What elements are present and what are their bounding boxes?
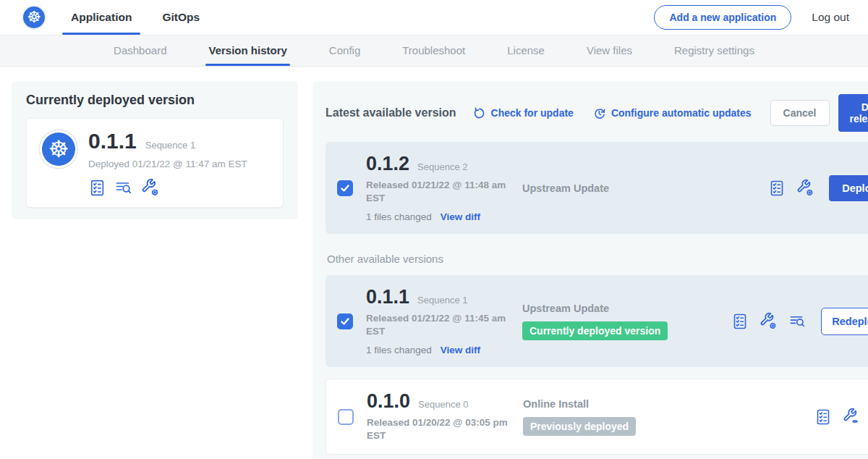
view-files-icon[interactable] — [114, 179, 133, 196]
released-timestamp: Released 01/21/22 @ 11:45 am EST — [366, 312, 508, 338]
edit-config-icon[interactable] — [760, 312, 778, 330]
subnav-item-dashboard[interactable]: Dashboard — [114, 35, 166, 66]
view-config-icon[interactable] — [843, 408, 861, 426]
redeploy-button[interactable]: Redeploy — [821, 308, 868, 335]
deployed-version-info: 0.1.1 Sequence 1 Deployed 01/21/22 @ 11:… — [88, 130, 247, 197]
subnav-item-registry-settings[interactable]: Registry settings — [674, 35, 754, 66]
kubernetes-wheel-glyph — [48, 138, 69, 161]
deployed-version-box: 0.1.1 Sequence 1 Deployed 01/21/22 @ 11:… — [26, 118, 284, 208]
check-for-update-label: Check for update — [491, 107, 574, 119]
app-logo-icon — [42, 132, 75, 166]
sequence-label: Sequence 1 — [417, 295, 467, 306]
files-changed-label: 1 files changed — [366, 345, 432, 355]
version-actions: Deploy — [768, 175, 868, 201]
cancel-button[interactable]: Cancel — [770, 100, 830, 126]
deploy-button[interactable]: Deploy — [829, 175, 868, 201]
edit-config-icon[interactable] — [141, 178, 160, 197]
checkmark-icon — [340, 316, 350, 327]
diff-releases-button[interactable]: Diff releases — [838, 94, 868, 132]
view-diff-link[interactable]: View diff — [441, 211, 480, 222]
version-number: 0.1.1 — [366, 287, 409, 308]
files-changed-row: 1 files changedView diff — [366, 211, 519, 222]
source-label: Upstream Update — [522, 182, 768, 194]
release-notes-icon[interactable] — [814, 408, 832, 426]
version-row-0-1-0: 0.1.0 Sequence 0 Released 01/20/22 @ 03:… — [326, 379, 868, 455]
source-label: Upstream Update — [522, 303, 731, 314]
version-number: 0.1.2 — [366, 153, 409, 175]
version-checkbox[interactable] — [338, 409, 354, 425]
check-for-update-link[interactable]: Check for update — [472, 106, 574, 120]
version-number: 0.1.0 — [367, 391, 410, 413]
nav-tab-application[interactable]: Application — [62, 0, 140, 35]
checkmark-icon — [340, 183, 350, 193]
version-info: 0.1.1 Sequence 1 Released 01/21/22 @ 11:… — [366, 287, 519, 355]
main-content: Currently deployed version 0.1.1 Sequenc… — [0, 67, 868, 459]
subnav-item-view-files[interactable]: View files — [587, 35, 632, 66]
release-notes-icon[interactable] — [731, 313, 749, 330]
release-notes-icon[interactable] — [768, 180, 786, 197]
configure-automatic-updates-link[interactable]: Configure automatic updates — [592, 106, 752, 120]
version-row-0-1-2: 0.1.2 Sequence 2 Released 01/21/22 @ 11:… — [326, 142, 868, 234]
files-changed-row: 1 files changedView diff — [366, 345, 519, 355]
source-label: Online Install — [523, 398, 814, 410]
version-history-panel: Latest available version Check for updat… — [312, 81, 868, 459]
edit-config-icon[interactable] — [796, 179, 814, 197]
version-checkbox[interactable] — [337, 313, 353, 329]
app-subnav: Dashboard Version history Config Trouble… — [0, 35, 868, 67]
schedule-update-icon — [592, 106, 606, 120]
deployed-version-number: 0.1.1 — [88, 130, 137, 152]
refresh-icon — [472, 106, 486, 120]
currently-deployed-card: Currently deployed version 0.1.1 Sequenc… — [12, 81, 298, 219]
logout-link[interactable]: Log out — [812, 11, 849, 24]
latest-version-title: Latest available version — [326, 106, 456, 119]
sequence-label: Sequence 2 — [417, 161, 467, 172]
version-info: 0.1.2 Sequence 2 Released 01/21/22 @ 11:… — [366, 153, 519, 222]
add-application-button[interactable]: Add a new application — [654, 5, 791, 30]
released-timestamp: Released 01/20/22 @ 03:05 pm EST — [367, 416, 509, 442]
latest-version-header: Latest available version Check for updat… — [326, 94, 868, 132]
kubernetes-wheel-glyph — [27, 9, 41, 25]
version-actions: Redeploy — [731, 308, 868, 335]
kubernetes-logo-icon — [23, 7, 45, 28]
released-timestamp: Released 01/21/22 @ 11:48 am EST — [366, 179, 508, 205]
view-files-icon[interactable] — [788, 313, 807, 329]
previously-deployed-badge: Previously deployed — [523, 417, 636, 436]
version-source: Online Install Previously deployed — [520, 398, 814, 436]
subnav-item-troubleshoot[interactable]: Troubleshoot — [402, 35, 465, 66]
release-notes-icon[interactable] — [88, 179, 106, 197]
navbar-right-group: Add a new application Log out — [654, 5, 849, 30]
currently-deployed-badge: Currently deployed version — [522, 321, 668, 340]
version-source: Upstream Update — [519, 182, 768, 194]
deployed-timestamp: Deployed 01/21/22 @ 11:47 am EST — [88, 159, 247, 169]
deployed-sequence-label: Sequence 1 — [145, 140, 195, 151]
version-checkbox[interactable] — [337, 180, 353, 196]
top-navbar: Application GitOps Add a new application… — [0, 0, 868, 35]
files-changed-label: 1 files changed — [366, 211, 432, 222]
subnav-item-license[interactable]: License — [507, 35, 545, 66]
version-row-0-1-1: 0.1.1 Sequence 1 Released 01/21/22 @ 11:… — [326, 275, 868, 367]
view-diff-link[interactable]: View diff — [441, 345, 480, 355]
sequence-label: Sequence 0 — [418, 399, 468, 410]
version-info: 0.1.0 Sequence 0 Released 01/20/22 @ 03:… — [367, 391, 520, 442]
currently-deployed-title: Currently deployed version — [26, 93, 284, 108]
subnav-item-version-history[interactable]: Version history — [208, 35, 286, 66]
subnav-item-config[interactable]: Config — [329, 35, 360, 66]
version-source: Upstream Update Currently deployed versi… — [519, 303, 731, 340]
version-actions — [814, 408, 868, 426]
other-versions-title: Other available versions — [327, 253, 868, 265]
configure-automatic-updates-label: Configure automatic updates — [611, 107, 752, 119]
nav-tab-gitops[interactable]: GitOps — [153, 0, 208, 35]
